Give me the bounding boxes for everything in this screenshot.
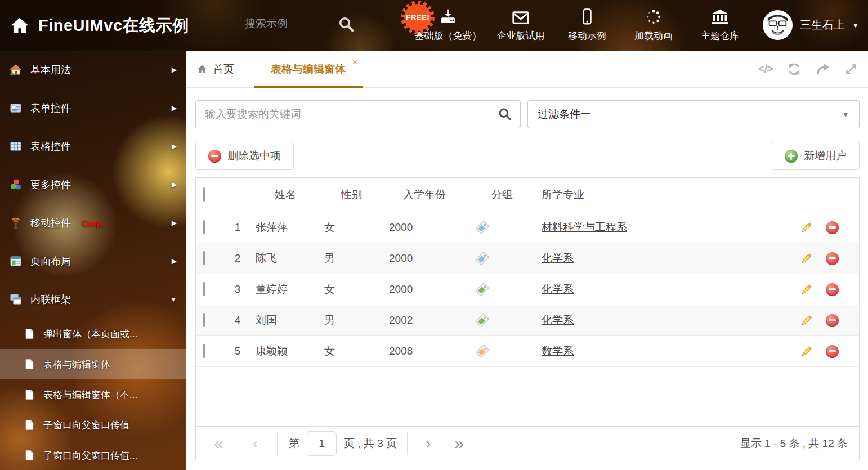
download-icon xyxy=(439,8,458,25)
filter-row: 过滤条件一 ▼ xyxy=(195,100,860,128)
cell-gender: 男 xyxy=(320,251,383,266)
sidebar-item-form-controls[interactable]: 表单控件 ▶ xyxy=(0,89,186,127)
house-icon xyxy=(10,64,22,76)
sidebar-item-grid-controls[interactable]: 表格控件 ▶ xyxy=(0,127,186,165)
nav-mobile-demo[interactable]: 移动示例 xyxy=(560,5,615,42)
row-checkbox[interactable] xyxy=(203,344,205,358)
app-logo[interactable]: FineUIMvc在线示例 xyxy=(10,15,189,37)
major-link[interactable]: 化学系 xyxy=(542,283,574,295)
delete-selected-button[interactable]: 删除选中项 xyxy=(195,142,294,170)
chevron-right-icon: ▶ xyxy=(172,66,177,74)
header-search[interactable] xyxy=(244,17,334,30)
sidebar-item-label: 基本用法 xyxy=(30,63,71,77)
avatar xyxy=(763,10,793,40)
nav-label: 加载动画 xyxy=(634,29,673,42)
nav-theme-repo[interactable]: 主题仓库 xyxy=(692,5,748,42)
sidebar-subitem-grid-edit-window-2[interactable]: 表格与编辑窗体（不... xyxy=(0,379,186,410)
cell-group xyxy=(466,282,539,297)
delete-icon[interactable] xyxy=(826,314,839,327)
nav-label: 企业版试用 xyxy=(497,29,545,42)
grid-pagination: « ‹ 第 1 页 , 共 3 页 › » 显示 1 - 5 条 , 共 12 … xyxy=(196,426,859,460)
page-number-input[interactable]: 1 xyxy=(307,431,337,456)
row-checkbox[interactable] xyxy=(203,313,205,327)
grid-empty-space xyxy=(196,367,859,426)
keyword-search-box[interactable] xyxy=(195,100,521,128)
keyword-search-input[interactable] xyxy=(204,108,498,121)
delete-icon[interactable] xyxy=(826,221,839,234)
nav-basic-free[interactable]: FREE! 基础版（免费） xyxy=(397,5,482,42)
sidebar-subitem-grid-edit-window[interactable]: 表格与编辑窗体 xyxy=(0,349,186,379)
row-checkbox[interactable] xyxy=(203,282,205,296)
tab-grid-edit-window[interactable]: 表格与编辑窗体 ✕ xyxy=(254,51,363,87)
sidebar-subitem-label: 表格与编辑窗体（不... xyxy=(43,388,137,401)
refresh-icon[interactable] xyxy=(787,62,802,77)
delete-icon[interactable] xyxy=(826,283,839,296)
major-link[interactable]: 数学系 xyxy=(542,345,574,357)
sidebar-subitem-child-to-parent-2[interactable]: 子窗口向父窗口传值... xyxy=(0,440,186,470)
edit-icon[interactable] xyxy=(793,221,819,234)
cell-gender: 女 xyxy=(320,344,383,359)
sidebar-subitem-popup-window[interactable]: 弹出窗体（本页面或... xyxy=(0,319,186,349)
chevron-right-icon: ▶ xyxy=(172,142,177,150)
expand-icon[interactable] xyxy=(844,62,858,76)
row-checkbox[interactable] xyxy=(203,251,205,265)
sidebar-subitem-child-to-parent[interactable]: 子窗口向父窗口传值 xyxy=(0,410,186,440)
column-header-gender[interactable]: 性别 xyxy=(320,187,383,202)
table-row: 2 陈飞 男 2000 化学系 xyxy=(196,243,859,274)
search-icon[interactable] xyxy=(338,16,355,33)
row-checkbox[interactable] xyxy=(203,220,205,234)
nav-label: 移动示例 xyxy=(568,29,606,42)
add-user-button[interactable]: 新增用户 xyxy=(772,142,860,170)
source-code-icon[interactable]: </> xyxy=(758,62,773,75)
major-link[interactable]: 化学系 xyxy=(542,314,574,326)
close-icon[interactable]: ✕ xyxy=(352,58,358,66)
sidebar-item-more-controls[interactable]: 更多控件 ▶ xyxy=(0,165,186,204)
cell-gender: 女 xyxy=(320,220,383,235)
share-icon[interactable] xyxy=(816,62,830,77)
tab-home[interactable]: 首页 xyxy=(195,62,235,77)
sidebar-item-page-layout[interactable]: 页面布局 ▶ xyxy=(0,242,186,280)
select-all-checkbox[interactable] xyxy=(203,187,205,202)
edit-icon[interactable] xyxy=(793,283,819,296)
column-header-name[interactable]: 姓名 xyxy=(251,187,320,202)
nav-enterprise-trial[interactable]: 企业版试用 xyxy=(493,5,548,42)
page-label-prefix: 第 xyxy=(289,436,299,451)
delete-icon[interactable] xyxy=(826,345,839,358)
major-link[interactable]: 化学系 xyxy=(542,252,574,264)
sidebar-item-mobile-controls[interactable]: 移动控件 Corp. ▶ xyxy=(0,204,186,242)
page-label-suffix: 页 , 共 3 页 xyxy=(344,436,397,451)
row-number: 2 xyxy=(224,252,251,265)
sidebar-item-inline-frame[interactable]: 内联框架 ▼ xyxy=(0,280,186,319)
cell-year: 2000 xyxy=(383,252,466,265)
tab-toolbar: </> xyxy=(758,51,858,87)
data-grid: 姓名 性别 入学年份 分组 所学专业 1 张萍萍 女 2000 xyxy=(195,177,860,460)
cell-group xyxy=(466,344,539,359)
filter-select[interactable]: 过滤条件一 ▼ xyxy=(527,100,860,128)
table-row: 3 董婷婷 女 2000 化学系 xyxy=(196,274,859,305)
column-header-group[interactable]: 分组 xyxy=(466,187,539,202)
cell-group xyxy=(466,313,539,328)
user-menu[interactable]: 三生石上 ▼ xyxy=(763,10,859,40)
delete-icon[interactable] xyxy=(826,252,839,265)
sidebar-item-label: 更多控件 xyxy=(30,178,71,191)
tag-icon xyxy=(475,313,490,328)
column-header-major[interactable]: 所学专业 xyxy=(539,187,694,202)
action-row: 删除选中项 新增用户 xyxy=(195,142,860,170)
prev-page-icon[interactable]: ‹ xyxy=(253,435,258,453)
edit-icon[interactable] xyxy=(793,252,819,265)
search-icon[interactable] xyxy=(498,107,512,122)
file-icon xyxy=(24,328,35,339)
major-link[interactable]: 材料科学与工程系 xyxy=(542,221,627,233)
next-page-icon[interactable]: › xyxy=(426,435,431,453)
first-page-icon[interactable]: « xyxy=(214,434,223,453)
column-header-year[interactable]: 入学年份 xyxy=(383,187,466,202)
cell-gender: 男 xyxy=(320,313,383,328)
header-search-input[interactable] xyxy=(244,17,334,30)
last-page-icon[interactable]: » xyxy=(454,434,464,453)
cell-gender: 女 xyxy=(320,282,383,297)
edit-icon[interactable] xyxy=(793,345,819,358)
sidebar-item-basic-usage[interactable]: 基本用法 ▶ xyxy=(0,51,186,89)
app-header: FineUIMvc在线示例 FREE! 基础版（免费） xyxy=(0,0,868,51)
edit-icon[interactable] xyxy=(793,314,819,327)
nav-loading-animation[interactable]: 加载动画 xyxy=(626,5,681,42)
